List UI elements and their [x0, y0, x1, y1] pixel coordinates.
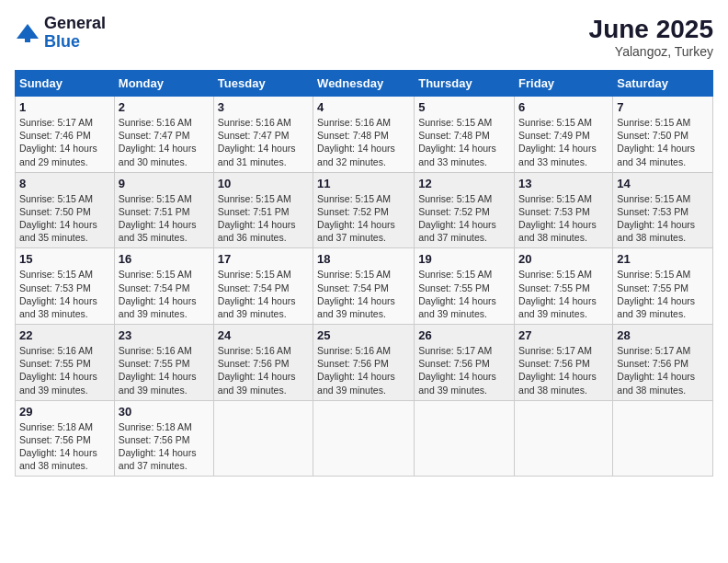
calendar-day-cell: [415, 400, 515, 477]
daylight-label: Daylight: 14 hours and 39 minutes.: [19, 371, 97, 395]
calendar-day-cell: 19 Sunrise: 5:15 AM Sunset: 7:55 PM Dayl…: [415, 248, 515, 325]
calendar-day-cell: 30 Sunrise: 5:18 AM Sunset: 7:56 PM Dayl…: [114, 400, 213, 477]
sunrise-label: Sunrise: 5:16 AM: [19, 345, 93, 356]
sunrise-label: Sunrise: 5:15 AM: [317, 269, 391, 280]
sunrise-label: Sunrise: 5:16 AM: [119, 117, 192, 128]
sunset-label: Sunset: 7:56 PM: [119, 434, 190, 445]
sunrise-label: Sunrise: 5:15 AM: [317, 193, 391, 204]
daylight-label: Daylight: 14 hours and 29 minutes.: [19, 143, 97, 167]
day-info: Sunrise: 5:15 AM Sunset: 7:55 PM Dayligh…: [518, 268, 609, 320]
daylight-label: Daylight: 14 hours and 39 minutes.: [218, 371, 296, 395]
day-info: Sunrise: 5:15 AM Sunset: 7:50 PM Dayligh…: [19, 192, 110, 245]
daylight-label: Daylight: 14 hours and 37 minutes.: [119, 447, 197, 471]
sunset-label: Sunset: 7:55 PM: [418, 282, 490, 293]
day-number: 30: [119, 405, 210, 419]
daylight-label: Daylight: 14 hours and 38 minutes.: [617, 219, 695, 243]
sunset-label: Sunset: 7:54 PM: [119, 282, 190, 293]
calendar-day-cell: 3 Sunrise: 5:16 AM Sunset: 7:47 PM Dayli…: [213, 97, 313, 173]
daylight-label: Daylight: 14 hours and 37 minutes.: [418, 219, 496, 243]
sunrise-label: Sunrise: 5:16 AM: [317, 117, 391, 128]
sunset-label: Sunset: 7:56 PM: [218, 358, 290, 369]
sunrise-label: Sunrise: 5:15 AM: [617, 117, 690, 128]
day-info: Sunrise: 5:15 AM Sunset: 7:50 PM Dayligh…: [617, 116, 709, 168]
calendar-day-cell: 20 Sunrise: 5:15 AM Sunset: 7:55 PM Dayl…: [515, 248, 613, 325]
day-number: 15: [19, 252, 110, 266]
calendar-day-cell: 13 Sunrise: 5:15 AM Sunset: 7:53 PM Dayl…: [515, 172, 613, 248]
calendar-day-cell: 24 Sunrise: 5:16 AM Sunset: 7:56 PM Dayl…: [213, 325, 313, 401]
day-number: 16: [119, 252, 210, 266]
day-info: Sunrise: 5:15 AM Sunset: 7:54 PM Dayligh…: [119, 268, 210, 320]
calendar-day-cell: 6 Sunrise: 5:15 AM Sunset: 7:49 PM Dayli…: [515, 97, 613, 173]
daylight-label: Daylight: 14 hours and 33 minutes.: [418, 143, 496, 167]
day-number: 9: [119, 177, 210, 190]
sunrise-label: Sunrise: 5:16 AM: [218, 345, 291, 356]
calendar-day-cell: 22 Sunrise: 5:16 AM Sunset: 7:55 PM Dayl…: [16, 325, 115, 401]
day-number: 18: [317, 252, 410, 266]
weekday-header-cell: Thursday: [415, 71, 515, 97]
calendar-day-cell: 4 Sunrise: 5:16 AM Sunset: 7:48 PM Dayli…: [313, 97, 415, 173]
day-number: 25: [317, 328, 410, 342]
sunrise-label: Sunrise: 5:15 AM: [418, 269, 492, 280]
calendar-day-cell: 17 Sunrise: 5:15 AM Sunset: 7:54 PM Dayl…: [213, 248, 313, 325]
day-number: 20: [518, 252, 609, 266]
day-number: 27: [518, 328, 609, 342]
calendar-day-cell: 26 Sunrise: 5:17 AM Sunset: 7:56 PM Dayl…: [415, 325, 515, 401]
sunrise-label: Sunrise: 5:15 AM: [19, 269, 93, 280]
calendar-day-cell: 29 Sunrise: 5:18 AM Sunset: 7:56 PM Dayl…: [16, 400, 115, 477]
day-number: 6: [518, 100, 609, 114]
calendar-day-cell: 2 Sunrise: 5:16 AM Sunset: 7:47 PM Dayli…: [114, 97, 213, 173]
sunset-label: Sunset: 7:56 PM: [617, 358, 688, 369]
day-info: Sunrise: 5:17 AM Sunset: 7:46 PM Dayligh…: [19, 116, 110, 168]
svg-rect-1: [25, 35, 30, 42]
calendar-day-cell: 25 Sunrise: 5:16 AM Sunset: 7:56 PM Dayl…: [313, 325, 415, 401]
day-number: 11: [317, 177, 410, 190]
day-number: 7: [617, 100, 709, 114]
sunrise-label: Sunrise: 5:15 AM: [119, 269, 192, 280]
day-info: Sunrise: 5:16 AM Sunset: 7:47 PM Dayligh…: [218, 116, 309, 168]
day-number: 4: [317, 100, 410, 114]
weekday-header-cell: Monday: [114, 71, 213, 97]
sunset-label: Sunset: 7:55 PM: [518, 282, 590, 293]
sunset-label: Sunset: 7:56 PM: [317, 358, 389, 369]
sunset-label: Sunset: 7:54 PM: [218, 282, 290, 293]
daylight-label: Daylight: 14 hours and 38 minutes.: [19, 447, 97, 471]
day-info: Sunrise: 5:15 AM Sunset: 7:54 PM Dayligh…: [317, 268, 410, 320]
sunrise-label: Sunrise: 5:17 AM: [19, 117, 93, 128]
sunrise-label: Sunrise: 5:15 AM: [518, 269, 592, 280]
day-info: Sunrise: 5:18 AM Sunset: 7:56 PM Dayligh…: [19, 420, 110, 473]
sunrise-label: Sunrise: 5:15 AM: [418, 193, 492, 204]
weekday-header-cell: Friday: [515, 71, 613, 97]
day-info: Sunrise: 5:15 AM Sunset: 7:52 PM Dayligh…: [418, 192, 510, 245]
day-info: Sunrise: 5:17 AM Sunset: 7:56 PM Dayligh…: [518, 344, 609, 396]
sunrise-label: Sunrise: 5:17 AM: [617, 345, 690, 356]
sunset-label: Sunset: 7:56 PM: [418, 358, 490, 369]
day-number: 19: [418, 252, 510, 266]
sunset-label: Sunset: 7:52 PM: [418, 206, 490, 217]
daylight-label: Daylight: 14 hours and 38 minutes.: [19, 295, 97, 319]
sunrise-label: Sunrise: 5:17 AM: [418, 345, 492, 356]
weekday-header-cell: Saturday: [613, 71, 713, 97]
sunrise-label: Sunrise: 5:17 AM: [518, 345, 592, 356]
sunrise-label: Sunrise: 5:15 AM: [218, 269, 291, 280]
calendar-week-row: 22 Sunrise: 5:16 AM Sunset: 7:55 PM Dayl…: [16, 325, 713, 401]
sunset-label: Sunset: 7:50 PM: [19, 206, 91, 217]
calendar-week-row: 15 Sunrise: 5:15 AM Sunset: 7:53 PM Dayl…: [16, 248, 713, 325]
calendar-day-cell: 16 Sunrise: 5:15 AM Sunset: 7:54 PM Dayl…: [114, 248, 213, 325]
sunset-label: Sunset: 7:55 PM: [617, 282, 688, 293]
weekday-header-cell: Tuesday: [213, 71, 313, 97]
daylight-label: Daylight: 14 hours and 33 minutes.: [518, 143, 597, 167]
sunset-label: Sunset: 7:54 PM: [317, 282, 389, 293]
calendar-day-cell: 7 Sunrise: 5:15 AM Sunset: 7:50 PM Dayli…: [613, 97, 713, 173]
daylight-label: Daylight: 14 hours and 35 minutes.: [19, 219, 97, 243]
daylight-label: Daylight: 14 hours and 39 minutes.: [418, 371, 496, 395]
sunset-label: Sunset: 7:53 PM: [617, 206, 688, 217]
calendar-day-cell: 14 Sunrise: 5:15 AM Sunset: 7:53 PM Dayl…: [613, 172, 713, 248]
sunrise-label: Sunrise: 5:18 AM: [119, 421, 192, 432]
day-number: 10: [218, 177, 309, 190]
calendar-day-cell: 18 Sunrise: 5:15 AM Sunset: 7:54 PM Dayl…: [313, 248, 415, 325]
logo-icon: [15, 20, 40, 46]
day-number: 2: [119, 100, 210, 114]
daylight-label: Daylight: 14 hours and 38 minutes.: [518, 219, 597, 243]
weekday-header-cell: Wednesday: [313, 71, 415, 97]
calendar-week-row: 8 Sunrise: 5:15 AM Sunset: 7:50 PM Dayli…: [16, 172, 713, 248]
